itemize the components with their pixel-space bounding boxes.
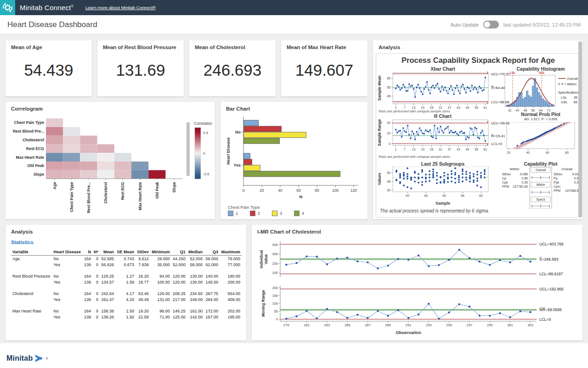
last25-xlabel: Sample	[376, 201, 509, 206]
table-cell: 120.00	[171, 279, 187, 285]
svg-text:297: 297	[467, 323, 473, 327]
svg-text:49: 49	[466, 106, 469, 109]
table-cell: 0	[92, 290, 100, 296]
scrollbar[interactable]	[578, 41, 582, 217]
svg-text:7: 7	[404, 106, 406, 109]
table-cell: 134.57	[100, 279, 115, 285]
table-cell: Age	[11, 256, 52, 262]
svg-text:400: 400	[272, 243, 278, 247]
svg-text:49: 49	[466, 148, 469, 151]
svg-text:0: 0	[276, 317, 278, 321]
table-row: Yes1390134.571.5918.77100.00120.00130.00…	[11, 279, 242, 285]
svg-text:Sample Mean: Sample Mean	[377, 76, 382, 100]
svg-text:Yes: Yes	[233, 163, 241, 167]
table-cell: 158.38	[100, 308, 115, 314]
svg-text:20: 20	[260, 188, 264, 193]
legend-label: 1	[236, 211, 238, 216]
table-header: N*	[92, 249, 100, 256]
kpi-title: Mean of Max Heart Rate	[281, 40, 368, 50]
svg-text:100: 100	[272, 271, 278, 275]
table-cell: Yes	[52, 279, 82, 285]
bar-legend: 1234	[228, 211, 304, 216]
table-cell: 0	[92, 279, 100, 285]
svg-text:Cholesterol: Cholesterol	[103, 182, 108, 204]
imr-chart-svg: 100200300400UCL=403.766X̅=246.693LCL=89.…	[255, 237, 580, 339]
table-cell: 195.00	[220, 314, 242, 320]
svg-text:Within: Within	[536, 183, 545, 186]
legend-swatch	[228, 211, 233, 216]
svg-text:7: 7	[404, 148, 406, 151]
minitab-footer-logo: Minitab ®	[6, 354, 48, 362]
svg-text:100: 100	[272, 301, 278, 306]
table-cell: 409.00	[220, 296, 242, 302]
svg-text:Rest Blood Pre...: Rest Blood Pre...	[86, 182, 91, 213]
table-cell: Cholesterol	[11, 290, 52, 296]
auto-update-toggle[interactable]	[483, 21, 499, 28]
legend-item: 4	[294, 211, 304, 216]
svg-text:Overall: Overall	[567, 77, 578, 81]
table-cell: 22.59	[136, 314, 150, 320]
table-header: Minimum	[150, 249, 171, 256]
table-cell: 1.50	[115, 308, 136, 314]
table-cell: 56.626	[100, 262, 115, 268]
kpi-card-mean-mhr: Mean of Max Heart Rate 149.607	[281, 40, 368, 96]
table-cell: 77.000	[220, 262, 242, 268]
svg-text:USL: USL	[561, 100, 568, 104]
svg-text:LSL: LSL	[561, 95, 567, 100]
svg-text:Age: Age	[52, 182, 57, 189]
svg-text:55: 55	[475, 106, 478, 109]
svg-text:279: 279	[283, 323, 289, 327]
svg-text:Ppk: Ppk	[554, 181, 560, 184]
svg-text:Sample Range: Sample Range	[377, 119, 382, 146]
table-cell: 267.75	[204, 290, 220, 296]
bar-chart-panel: Bar Chart 020406080100120NHeart DiseaseN…	[220, 102, 368, 219]
svg-text:300: 300	[272, 252, 278, 256]
table-cell: 139	[83, 314, 92, 320]
table-cell	[11, 314, 52, 320]
svg-text:60: 60	[546, 151, 549, 154]
table-cell: 4.17	[115, 290, 136, 296]
svg-text:65: 65	[387, 77, 390, 80]
table-cell: 242.64	[100, 290, 115, 296]
svg-text:40: 40	[406, 194, 409, 197]
scrollbar[interactable]	[187, 122, 190, 176]
svg-text:40: 40	[526, 151, 530, 154]
statistics-subtitle: Statistics	[11, 240, 34, 245]
table-header: Maximum	[220, 249, 242, 256]
kpi-value: 54.439	[6, 61, 92, 79]
normal-prob-plot-svg: 20406080	[501, 122, 580, 157]
table-cell: No	[52, 273, 82, 279]
last25-subgroups-title: Last 25 Subgroups	[376, 161, 509, 167]
svg-text:37: 37	[448, 106, 452, 109]
svg-text:45: 45	[387, 180, 390, 183]
normal-prob-plot-subtitle: AD: 1.517, P: < 0.005	[501, 117, 580, 121]
svg-text:200: 200	[272, 286, 278, 290]
svg-text:61: 61	[484, 148, 487, 151]
svg-text:55: 55	[475, 148, 478, 151]
svg-text:150: 150	[272, 294, 278, 298]
learn-more-link[interactable]: Learn more about Minitab Connect®	[85, 5, 156, 10]
svg-text:289: 289	[385, 323, 391, 327]
table-cell: 9.512	[136, 256, 150, 262]
table-cell: 164	[83, 290, 92, 296]
svg-text:19: 19	[421, 106, 424, 109]
svg-text:Cholesterol: Cholesterol	[23, 138, 44, 142]
table-cell: 234.50	[187, 290, 204, 296]
legend-label: 4	[302, 211, 304, 216]
table-cell: 130.00	[187, 279, 204, 285]
svg-text:LCL=0: LCL=0	[491, 142, 502, 146]
r-chart-title: R Chart	[376, 113, 509, 119]
svg-text:120: 120	[351, 188, 357, 193]
r-chart: 0204017131925313743495561UCL=39.66R̅=15.…	[376, 119, 509, 154]
table-cell	[11, 279, 52, 285]
svg-text:13: 13	[412, 106, 416, 109]
table-cell: 76.000	[220, 256, 242, 262]
table-header: N	[83, 249, 92, 256]
svg-text:0.39: 0.39	[521, 181, 528, 184]
panel-title: Analysis	[373, 40, 582, 50]
table-cell: 131.00	[150, 296, 171, 302]
svg-text:100: 100	[332, 188, 339, 193]
table-cell: Rest Blood Pressure	[11, 273, 52, 279]
svg-text:43: 43	[457, 148, 460, 151]
svg-text:Moving Range: Moving Range	[261, 290, 266, 317]
